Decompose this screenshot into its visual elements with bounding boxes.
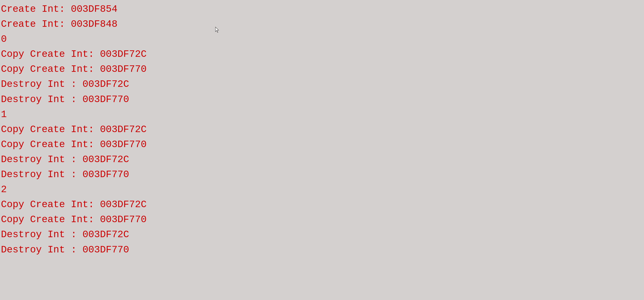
console-line: Destroy Int : 003DF770	[1, 92, 643, 107]
console-line: 2	[1, 182, 643, 197]
console-line: Copy Create Int: 003DF770	[1, 212, 643, 227]
console-line: Copy Create Int: 003DF72C	[1, 122, 643, 137]
console-line: Copy Create Int: 003DF72C	[1, 47, 643, 62]
console-line: Copy Create Int: 003DF770	[1, 62, 643, 77]
console-line: Create Int: 003DF848	[1, 17, 643, 32]
console-line: Copy Create Int: 003DF770	[1, 137, 643, 152]
console-line: Destroy Int : 003DF72C	[1, 152, 643, 167]
console-line: Create Int: 003DF854	[1, 2, 643, 17]
console-line: 0	[1, 32, 643, 47]
console-line: 1	[1, 107, 643, 122]
console-line: Copy Create Int: 003DF72C	[1, 197, 643, 212]
console-line: Destroy Int : 003DF770	[1, 167, 643, 182]
console-line: Destroy Int : 003DF72C	[1, 227, 643, 242]
console-line: Destroy Int : 003DF770	[1, 243, 643, 258]
console-output: Create Int: 003DF854Create Int: 003DF848…	[0, 0, 644, 259]
console-line: Destroy Int : 003DF72C	[1, 77, 643, 92]
